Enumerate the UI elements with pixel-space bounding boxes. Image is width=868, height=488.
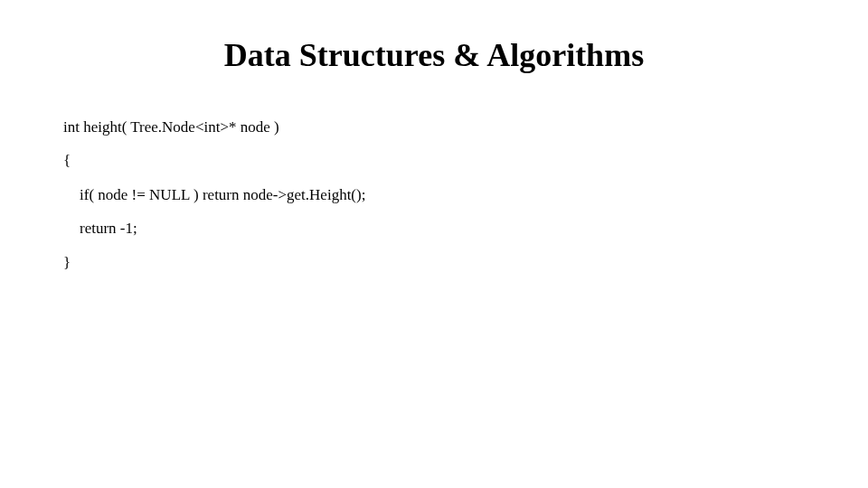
code-line-open-brace: { [63,144,805,177]
slide-title: Data Structures & Algorithms [63,36,805,74]
code-line-close-brace: } [63,246,805,279]
code-line-signature: int height( Tree.Node<int>* node ) [63,110,805,144]
code-block: int height( Tree.Node<int>* node ) { if(… [63,110,805,279]
code-line-if: if( node != NULL ) return node->get.Heig… [63,178,805,211]
code-line-return: return -1; [63,211,805,245]
slide: Data Structures & Algorithms int height(… [0,0,868,488]
